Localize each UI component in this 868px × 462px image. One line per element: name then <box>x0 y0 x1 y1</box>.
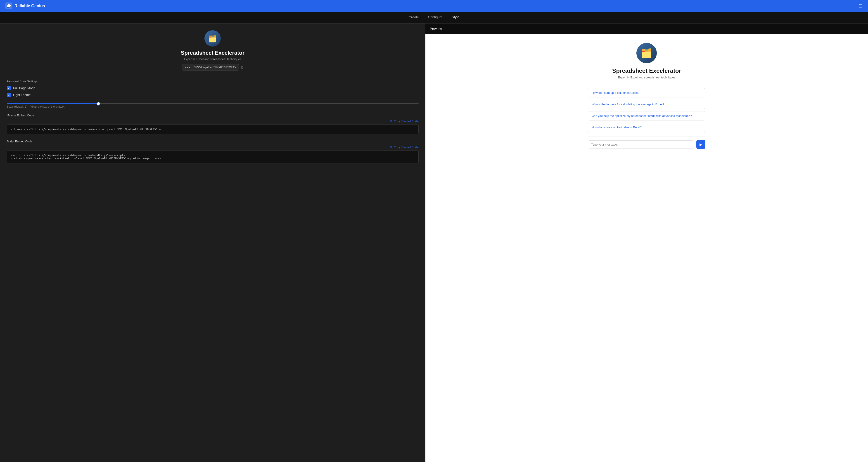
avatar-section: 🗂️ Spreadsheet Excelerator Expert in Exc… <box>7 24 418 75</box>
preview-avatar: 🗂️ <box>637 43 657 63</box>
avatar: 🗂️ <box>205 30 221 46</box>
script-embed-title: Script Embed Code <box>7 140 418 143</box>
tab-bar: Create Configure Style <box>0 12 868 24</box>
assistant-id: asst_0MV5fMgnRzoIUiNUIGRYXE1V <box>182 64 239 70</box>
settings-section: Assistant Style Settings Full Page Mode … <box>7 79 418 108</box>
scale-slider-label: Scale (default: 1) - Adjust the size of … <box>7 105 418 108</box>
iframe-code-block: <iframe src="https://components.reliable… <box>7 124 418 134</box>
preview-send-button[interactable]: ▶ <box>696 140 705 149</box>
settings-title: Assistant Style Settings <box>7 79 418 83</box>
left-panel: 🗂️ Spreadsheet Excelerator Expert in Exc… <box>0 24 425 462</box>
script-copy-label: Copy Embed Code <box>394 145 418 149</box>
logo-text: Reliable Genius <box>14 4 45 8</box>
assistant-description: Expert in Excel and spreadsheet techniqu… <box>184 57 241 61</box>
light-theme-label: Light Theme <box>13 93 31 97</box>
script-copy-embed-button[interactable]: ⧉ Copy Embed Code <box>390 145 418 149</box>
preview-assistant-desc: Expert in Excel and spreadsheet techniqu… <box>618 76 675 79</box>
iframe-embed-section: IFrame Embed Code ⧉ Copy Embed Code <ifr… <box>7 114 418 134</box>
tab-create[interactable]: Create <box>409 15 419 20</box>
logo: 💬 Reliable Genius <box>5 2 45 9</box>
script-embed-section: Script Embed Code ⧉ Copy Embed Code <scr… <box>7 140 418 163</box>
iframe-copy-row: ⧉ Copy Embed Code <box>7 119 418 123</box>
tab-style[interactable]: Style <box>452 15 459 20</box>
iframe-embed-title: IFrame Embed Code <box>7 114 418 117</box>
full-page-mode-checkbox[interactable] <box>7 86 11 90</box>
copy-icon: ⧉ <box>390 119 393 123</box>
right-panel: Preview 🗂️ Spreadsheet Excelerator Exper… <box>425 24 868 462</box>
light-theme-row: Light Theme <box>7 93 418 97</box>
light-theme-checkbox[interactable] <box>7 93 11 97</box>
iframe-copy-embed-button[interactable]: ⧉ Copy Embed Code <box>390 119 418 123</box>
suggestions-list: How do I sum up a column in Excel? What'… <box>588 88 705 132</box>
suggestion-item-2[interactable]: What's the formula for calculating the a… <box>588 100 705 109</box>
suggestion-item-3[interactable]: Can you help me optimize my spreadsheet … <box>588 111 705 121</box>
tab-configure[interactable]: Configure <box>428 15 443 20</box>
preview-assistant-name: Spreadsheet Excelerator <box>612 67 681 74</box>
assistant-name: Spreadsheet Excelerator <box>181 50 245 56</box>
assistant-id-row: asst_0MV5fMgnRzoIUiNUIGRYXE1V ⧉ <box>182 64 243 70</box>
logo-icon: 💬 <box>5 2 12 9</box>
preview-header: Preview <box>425 24 868 34</box>
send-icon: ▶ <box>700 142 702 147</box>
preview-input-area: ▶ <box>588 136 705 149</box>
preview-content: 🗂️ Spreadsheet Excelerator Expert in Exc… <box>425 34 868 462</box>
menu-icon[interactable]: ☰ <box>859 3 863 9</box>
script-copy-row: ⧉ Copy Embed Code <box>7 145 418 149</box>
preview-message-input[interactable] <box>588 140 694 149</box>
full-page-mode-label: Full Page Mode <box>13 86 35 90</box>
scale-slider[interactable] <box>7 103 418 104</box>
copy-id-button[interactable]: ⧉ <box>241 65 243 69</box>
app-header: 💬 Reliable Genius ☰ <box>0 0 868 12</box>
copy-icon-2: ⧉ <box>390 145 393 149</box>
suggestion-item-4[interactable]: How do I create a pivot table in Excel? <box>588 123 705 132</box>
preview-inner: 🗂️ Spreadsheet Excelerator Expert in Exc… <box>425 34 868 462</box>
full-page-mode-row: Full Page Mode <box>7 86 418 90</box>
script-code-block: <script src="https://components.reliable… <box>7 150 418 163</box>
iframe-copy-label: Copy Embed Code <box>394 120 418 123</box>
suggestion-item-1[interactable]: How do I sum up a column in Excel? <box>588 88 705 97</box>
scale-slider-container: Scale (default: 1) - Adjust the size of … <box>7 101 418 108</box>
main-layout: 🗂️ Spreadsheet Excelerator Expert in Exc… <box>0 24 868 462</box>
